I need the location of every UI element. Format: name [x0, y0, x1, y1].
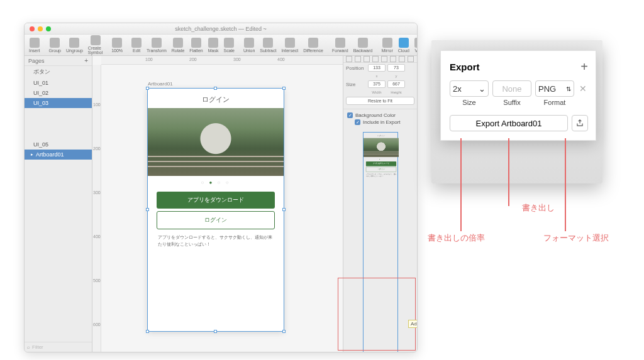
layer-artboard[interactable]: Artboard01 [25, 150, 92, 160]
selection-handle[interactable] [282, 87, 286, 90]
selection-handle[interactable] [282, 208, 286, 211]
align-icon[interactable] [346, 56, 352, 62]
selection-handle[interactable] [214, 87, 217, 90]
export-suffix-input[interactable]: None [492, 80, 531, 97]
remove-export-icon[interactable]: ✕ [578, 84, 588, 94]
include-export-label: Include in Export [363, 119, 401, 125]
selection-handle[interactable] [146, 208, 149, 211]
view-icon [414, 38, 418, 48]
backward-icon [358, 38, 368, 48]
toolbar-create-symbol[interactable]: Create Symbol [86, 35, 104, 55]
align-icon[interactable] [364, 56, 370, 62]
rotate-icon [173, 38, 183, 48]
minimize-icon[interactable] [38, 26, 43, 31]
toolbar-backward[interactable]: Backward [352, 38, 375, 53]
annotation-scale: 書き出しの倍率 [428, 232, 485, 244]
toolbar-view[interactable]: View [413, 38, 418, 53]
add-export-icon[interactable]: + [580, 60, 588, 74]
size-label: Size [450, 99, 489, 106]
selection-handle[interactable] [214, 330, 217, 333]
annotation-line [565, 138, 566, 231]
x-field[interactable]: 133 [368, 64, 386, 72]
toolbar-rotate[interactable]: Rotate [170, 38, 187, 53]
toolbar-forward[interactable]: Forward [330, 38, 350, 53]
toolbar-cloud[interactable]: Cloud [396, 38, 411, 53]
toolbar-ungroup[interactable]: Ungroup [64, 38, 85, 53]
toolbar-flatten[interactable]: Flatten [187, 38, 204, 53]
scale-icon [224, 38, 234, 48]
toolbar-group[interactable]: Group [47, 38, 63, 53]
share-icon[interactable] [572, 115, 588, 131]
toolbar-difference[interactable]: Difference [301, 38, 325, 53]
checkbox-icon[interactable]: ✓ [355, 119, 360, 125]
flatten-icon [191, 38, 201, 48]
page-item[interactable]: ボタン [25, 66, 92, 78]
align-icon[interactable] [381, 56, 387, 62]
filter-field[interactable]: ⌕ Filter [25, 342, 92, 352]
annotation-line [460, 138, 462, 231]
resize-to-fit-button[interactable]: Resize to Fit [346, 97, 414, 105]
subtract-icon [263, 38, 273, 48]
sketch-app-window: sketch_challenge.sketch — Edited ~ Inser… [24, 23, 418, 352]
download-button: アプリをダウンロード [157, 192, 275, 209]
insert-icon [30, 38, 40, 48]
selection-handle[interactable] [146, 330, 149, 333]
align-icon[interactable] [408, 56, 414, 62]
intersect-icon [285, 38, 295, 48]
pages-header: Pages + [25, 56, 92, 66]
selection-handle[interactable] [146, 87, 149, 90]
toolbar-intersect[interactable]: Intersect [279, 38, 300, 53]
selection-handle[interactable] [282, 330, 286, 333]
export-size-select[interactable]: 2x ⌄ [450, 80, 489, 97]
union-icon [244, 38, 254, 48]
mirror-icon [382, 38, 392, 48]
page-dots: ○ ● ○ ○ [148, 180, 284, 185]
align-icon[interactable] [390, 56, 396, 62]
artboard-label: Artboard01 [148, 81, 173, 87]
export-format-select[interactable]: PNG ⇅ [535, 80, 574, 97]
window-title: sketch_challenge.sketch — Edited ~ [175, 26, 266, 32]
page-item[interactable]: UI_02 [25, 88, 92, 98]
artboard[interactable]: ログイン ○ ● ○ ○ アプリをダウンロード ログイン アプリをダウンロードす… [148, 89, 284, 331]
titlebar: sketch_challenge.sketch — Edited ~ [25, 23, 417, 35]
page-item[interactable]: UI_01 [25, 78, 92, 88]
toolbar-insert[interactable]: Insert [27, 38, 42, 53]
page-item-active[interactable]: UI_03 [25, 98, 92, 108]
annotation-format: フォーマット選択 [543, 232, 609, 244]
close-icon[interactable] [30, 26, 35, 31]
toolbar-transform[interactable]: Transform [145, 38, 169, 53]
mask-icon [208, 38, 218, 48]
toolbar-mirror[interactable]: Mirror [379, 38, 394, 53]
align-icon[interactable] [355, 56, 361, 62]
artboard-title: ログイン [148, 89, 284, 108]
height-field[interactable]: 667 [387, 80, 405, 88]
toolbar-mask[interactable]: Mask [206, 38, 221, 53]
artboard-body-text: アプリをダウンロードすると、サクサク動くし、通知が来たり便利なこといっぱい！ [148, 232, 284, 250]
toolbar-scale[interactable]: Scale [221, 38, 236, 53]
page-item[interactable]: UI_05 [25, 139, 92, 150]
width-field[interactable]: 375 [368, 80, 386, 88]
ungroup-icon [69, 38, 79, 48]
search-icon: ⌕ [27, 344, 30, 350]
export-artboard-button[interactable]: Export Artboard01 [450, 115, 568, 131]
artboard-preview: ログイン ○ ● ○ ○ アプリをダウンロード ログイン アプリをダウンロードす… [363, 132, 398, 352]
toolbar-zoom[interactable]: 100% [109, 38, 125, 53]
inspector-panel: Position 133 73 x y Size 375 667 Width H… [343, 56, 417, 352]
export-header: Export [450, 62, 480, 72]
align-tools[interactable] [343, 56, 417, 63]
toolbar-edit[interactable]: Edit [130, 38, 143, 53]
size-label: Size [346, 82, 366, 87]
toolbar-union[interactable]: Union [242, 38, 257, 53]
suffix-label: Suffix [492, 99, 531, 106]
toolbar-subtract[interactable]: Subtract [258, 38, 278, 53]
transform-icon [152, 38, 162, 48]
add-page-icon[interactable]: + [84, 57, 88, 64]
canvas[interactable]: 100 200 300 400 100 200 300 400 500 600 … [92, 56, 343, 352]
annotation-suffix: 書き出し [522, 202, 555, 214]
maximize-icon[interactable] [46, 26, 51, 31]
align-icon[interactable] [372, 56, 379, 62]
tooltip: Add new export size [408, 320, 418, 328]
align-icon[interactable] [399, 56, 405, 62]
checkbox-icon[interactable]: ✓ [347, 112, 353, 118]
y-field[interactable]: 73 [387, 64, 405, 72]
